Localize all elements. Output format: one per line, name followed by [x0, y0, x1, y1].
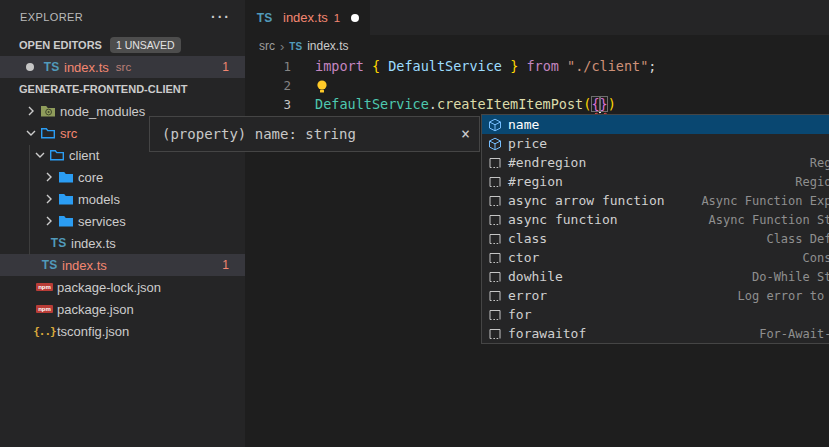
open-editors-label: OPEN EDITORS — [19, 39, 102, 51]
suggestion-detail: Async Function Expression — [701, 194, 829, 208]
field-icon — [487, 136, 503, 152]
line-number[interactable]: 2 — [245, 76, 291, 95]
breadcrumb: src › TS index.ts — [245, 35, 829, 57]
typescript-icon: TS — [43, 59, 60, 75]
tree-item-label: tsconfig.json — [57, 324, 129, 339]
suggestion-label: error — [508, 288, 547, 303]
more-actions-icon[interactable]: ··· — [211, 9, 231, 25]
folder-node-icon — [39, 103, 56, 119]
code-token — [364, 58, 372, 74]
code-token: DefaultService — [388, 58, 502, 74]
modified-dot-icon[interactable] — [351, 14, 359, 22]
explorer-title: EXPLORER — [20, 11, 83, 23]
breadcrumb-file[interactable]: index.ts — [307, 39, 348, 53]
suggest-widget: nameprice#endregionRegion End#regionRegi… — [481, 114, 829, 344]
suggestion-label: ctor — [508, 250, 539, 265]
tree-item-label: client — [69, 148, 99, 163]
suggestion-label: #region — [508, 174, 563, 189]
suggestion-item-class[interactable]: classClass Definition — [482, 229, 829, 248]
tree-item-services[interactable]: services — [0, 210, 245, 232]
tree-item-label: package-lock.json — [57, 280, 161, 295]
suggestion-item-for[interactable]: for — [482, 305, 829, 324]
tree-item-label: index.ts — [71, 236, 116, 251]
folder-icon — [57, 169, 74, 185]
snippet-icon — [487, 193, 503, 209]
suggestion-detail: Region Start — [795, 175, 829, 189]
error-count-badge: 1 — [222, 258, 229, 272]
chevron-down-icon — [3, 81, 19, 97]
chevron-right-icon: › — [280, 39, 284, 54]
snippet-icon — [487, 231, 503, 247]
lightbulb-icon[interactable] — [315, 79, 329, 94]
suggestion-item-price[interactable]: price — [482, 134, 829, 153]
code-token: ; — [648, 58, 656, 74]
suggestion-item-dowhile[interactable]: dowhileDo-While Statement — [482, 267, 829, 286]
open-editor-file-name: index.ts — [64, 60, 109, 75]
project-name-label: GENERATE-FRONTEND-CLIENT — [19, 83, 187, 95]
chevron-right-icon[interactable] — [23, 103, 39, 119]
suggestion-detail: Async Function Statement — [709, 213, 829, 227]
suggestion-item-async-arrow-function[interactable]: async arrow functionAsync Function Expre… — [482, 191, 829, 210]
breadcrumb-folder[interactable]: src — [259, 39, 275, 53]
chevron-right-icon[interactable] — [41, 169, 57, 185]
error-count-badge: 1 — [222, 60, 229, 74]
open-editor-file-path: src — [116, 61, 131, 73]
tree-item-index-ts[interactable]: TSindex.ts — [0, 232, 245, 254]
code-line-3[interactable]: 3DefaultService.createItemItemPost({}) — [245, 95, 829, 114]
line-content — [291, 76, 329, 95]
suggestion-label: async function — [508, 212, 618, 227]
chevron-down-icon[interactable] — [32, 147, 48, 163]
suggestion-item-name[interactable]: name — [482, 115, 829, 134]
suggestion-label: class — [508, 231, 547, 246]
code-line-2[interactable]: 2 — [245, 76, 829, 95]
snippet-icon — [487, 326, 503, 342]
tree-item-label: core — [78, 170, 103, 185]
tree-item-package-json[interactable]: npmpackage.json — [0, 298, 245, 320]
tree-item-index-ts[interactable]: TSindex.ts1 — [0, 254, 245, 276]
tree-item-models[interactable]: models — [0, 188, 245, 210]
snippet-icon — [487, 174, 503, 190]
chevron-right-icon[interactable] — [41, 191, 57, 207]
tree-item-label: services — [78, 214, 126, 229]
snippet-icon — [487, 155, 503, 171]
code-editor[interactable]: 1import { DefaultService } from "./clien… — [245, 57, 829, 114]
suggestion-detail: For-Await-Of Loop — [759, 327, 829, 341]
json-icon: {..} — [36, 323, 53, 339]
typescript-icon: TS — [289, 39, 302, 53]
suggest-details-tooltip: (property) name: string × — [149, 116, 480, 152]
project-section-header[interactable]: GENERATE-FRONTEND-CLIENT — [0, 78, 245, 100]
chevron-right-icon[interactable] — [41, 213, 57, 229]
tree-item-label: package.json — [57, 302, 134, 317]
tooltip-text: (property) name: string — [162, 126, 356, 142]
indent-guide — [29, 145, 30, 255]
line-number[interactable]: 1 — [245, 57, 291, 76]
suggestion-item--endregion[interactable]: #endregionRegion End — [482, 153, 829, 172]
tree-item-tsconfig-json[interactable]: {..}tsconfig.json — [0, 320, 245, 342]
tab-index-ts[interactable]: TS index.ts 1 — [245, 0, 370, 35]
suggestion-label: dowhile — [508, 269, 563, 284]
code-token — [502, 58, 510, 74]
tree-item-label: src — [60, 126, 77, 141]
suggestion-item--region[interactable]: #regionRegion Start — [482, 172, 829, 191]
tree-item-label: node_modules — [60, 104, 145, 119]
open-editor-item[interactable]: TS index.ts src 1 — [0, 56, 245, 78]
tree-item-core[interactable]: core — [0, 166, 245, 188]
tree-item-package-lock-json[interactable]: npmpackage-lock.json — [0, 276, 245, 298]
typescript-icon: TS — [50, 235, 67, 251]
code-line-1[interactable]: 1import { DefaultService } from "./clien… — [245, 57, 829, 76]
line-number[interactable]: 3 — [245, 95, 291, 114]
suggestion-item-error[interactable]: errorLog error to console — [482, 286, 829, 305]
suggestion-item-forawaitof[interactable]: forawaitofFor-Await-Of Loop — [482, 324, 829, 343]
typescript-icon: TS — [256, 10, 273, 26]
open-editors-section-header[interactable]: OPEN EDITORS 1 UNSAVED — [0, 34, 245, 56]
suggestion-item-async-function[interactable]: async functionAsync Function Statement — [482, 210, 829, 229]
suggestion-item-ctor[interactable]: ctorConstructor — [482, 248, 829, 267]
folder-open-icon — [48, 147, 65, 163]
npm-icon: npm — [36, 279, 53, 295]
chevron-down-icon — [3, 37, 19, 53]
modified-dot-icon — [26, 63, 34, 71]
close-icon[interactable]: × — [461, 125, 470, 143]
chevron-down-icon[interactable] — [23, 125, 39, 141]
suggestion-label: #endregion — [508, 155, 586, 170]
npm-icon: npm — [36, 301, 53, 317]
